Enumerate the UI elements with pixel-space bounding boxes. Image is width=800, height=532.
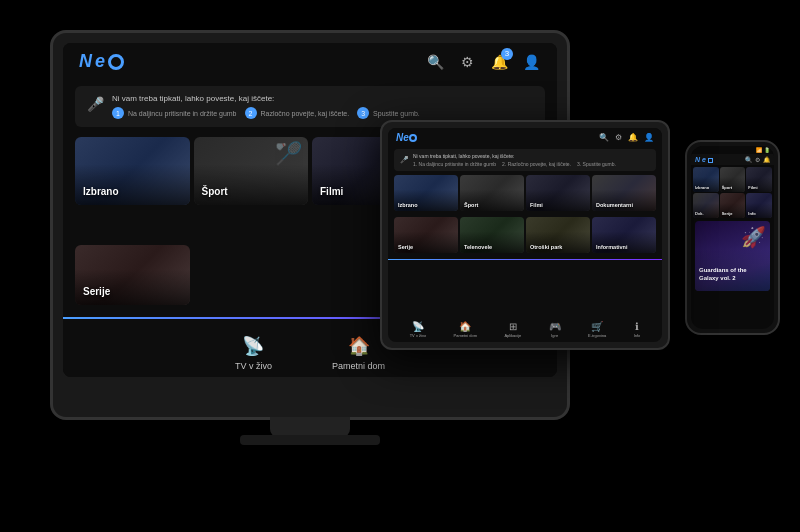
tablet-label-dokumentarni: Dokumentarni <box>596 202 633 208</box>
tablet-card-telenovele[interactable]: Telenovele <box>460 217 524 253</box>
voice-content: Ni vam treba tipkati, lahko poveste, kaj… <box>112 94 420 119</box>
tv-card-sport[interactable]: 🏸 Šport <box>194 137 309 205</box>
tablet-card-otroski[interactable]: Otroški park <box>526 217 590 253</box>
tablet-voice-steps: 1. Na daljincu pritisnite in držite gumb… <box>413 161 616 167</box>
tablet-bottom-nav: 📡 TV v živo 🏠 Pametni dom ⊞ Aplikacije 🎮… <box>388 317 662 342</box>
phone-movie-subtitle: Galaxy vol. 2 <box>699 275 736 281</box>
search-icon[interactable]: 🔍 <box>425 52 445 72</box>
tablet-aplikacije-label: Aplikacije <box>504 333 521 338</box>
tv-nav-item-tv-v-zivo[interactable]: 📡 TV v živo <box>235 335 272 371</box>
phone-thumb-serije[interactable]: Serije <box>720 193 746 218</box>
phone-logo-n: N <box>695 156 700 163</box>
tablet-step-1: 1. Na daljincu pritisnite in držite gumb <box>413 161 496 167</box>
tablet-card-izbrano[interactable]: Izbrano <box>394 175 458 211</box>
tv-card-izbrano[interactable]: Izbrano <box>75 137 190 205</box>
tablet-card-filmi[interactable]: Filmi <box>526 175 590 211</box>
tablet-card-informativni[interactable]: Informativni <box>592 217 656 253</box>
tablet-card-dokumentarni[interactable]: Dokumentarni <box>592 175 656 211</box>
settings-icon[interactable]: ⚙ <box>457 52 477 72</box>
phone-movie-banner[interactable]: 🚀 Guardians of the Galaxy vol. 2 <box>695 221 770 291</box>
scene: N e 🔍 ⚙ 🔔 3 👤 🎤 Ni vam <box>0 0 800 532</box>
tablet-header: N e 🔍 ⚙ 🔔 👤 <box>388 128 662 147</box>
voice-step-1: 1 Na daljincu pritisnite in držite gumb <box>112 107 237 119</box>
tablet-nav-tv-v-zivo[interactable]: 📡 TV v živo <box>410 321 426 338</box>
tv-stand <box>270 417 350 437</box>
logo-o <box>108 54 124 70</box>
phone-search-icon[interactable]: 🔍 <box>745 156 752 163</box>
tablet-label-informativni: Informativni <box>596 244 627 250</box>
tablet-pametni-icon: 🏠 <box>459 321 471 332</box>
tablet-tv-zivo-label: TV v živo <box>410 333 426 338</box>
tablet-card-serije[interactable]: Serije <box>394 217 458 253</box>
tv-card-label-serije: Serije <box>83 286 110 297</box>
tablet-profile-icon[interactable]: 👤 <box>644 133 654 142</box>
phone-thumb-info[interactable]: Info <box>746 193 772 218</box>
tv-nav-item-pametni-dom[interactable]: 🏠 Pametni dom <box>332 335 385 371</box>
tablet-logo: N e <box>396 132 417 143</box>
tablet-nav-aplikacije[interactable]: ⊞ Aplikacije <box>504 321 521 338</box>
tablet-label-izbrano: Izbrano <box>398 202 418 208</box>
profile-icon[interactable]: 👤 <box>521 52 541 72</box>
tablet-step-2: 2. Razločno povejte, kaj iščete. <box>502 161 571 167</box>
tablet-nav-pametni-dom[interactable]: 🏠 Pametni dom <box>453 321 477 338</box>
tablet-device: N e 🔍 ⚙ 🔔 👤 🎤 Ni vam treba tipkati, lahk… <box>380 120 670 350</box>
tv-card-label-izbrano: Izbrano <box>83 186 119 197</box>
phone-movie-title: Guardians of the <box>699 267 747 273</box>
logo-e: e <box>95 51 106 72</box>
phone-settings-icon[interactable]: ⚙ <box>755 156 760 163</box>
tablet-settings-icon[interactable]: ⚙ <box>615 133 622 142</box>
tv-v-zivo-icon: 📡 <box>242 335 264 357</box>
phone-logo-e: e <box>702 156 706 163</box>
tv-base <box>240 435 380 445</box>
tv-v-zivo-label: TV v živo <box>235 361 272 371</box>
tablet-tv-zivo-icon: 📡 <box>412 321 424 332</box>
phone-row-1: Izbrano Šport Filmi <box>693 167 772 192</box>
tablet-etrg-icon: 🛒 <box>591 321 603 332</box>
phone-label-izbrano: Izbrano <box>695 185 709 190</box>
tablet-voice-bar: 🎤 Ni vam treba tipkati, lahko poveste, k… <box>394 149 656 171</box>
phone-logo: N e <box>695 156 713 163</box>
tablet-label-sport: Šport <box>464 202 478 208</box>
tablet-igre-label: Igre <box>551 333 558 338</box>
phone-thumb-izbrano[interactable]: Izbrano <box>693 167 719 192</box>
phone-thumb-sport[interactable]: Šport <box>720 167 746 192</box>
phone-notif-icon[interactable]: 🔔 <box>763 156 770 163</box>
tablet-etrg-label: E-trgovina <box>588 333 606 338</box>
phone-logo-o <box>708 158 713 163</box>
phone-thumb-dokumentarni[interactable]: Dok. <box>693 193 719 218</box>
tv-header: N e 🔍 ⚙ 🔔 3 👤 <box>63 43 557 80</box>
tablet-screen: N e 🔍 ⚙ 🔔 👤 🎤 Ni vam treba tipkati, lahk… <box>388 128 662 342</box>
tablet-nav-igre[interactable]: 🎮 Igre <box>549 321 561 338</box>
step-num-3: 3 <box>357 107 369 119</box>
tablet-label-filmi: Filmi <box>530 202 543 208</box>
tv-card-label-sport: Šport <box>202 186 228 197</box>
pametni-dom-label: Pametni dom <box>332 361 385 371</box>
tv-card-serije[interactable]: Serije <box>75 245 190 305</box>
voice-title: Ni vam treba tipkati, lahko poveste, kaj… <box>112 94 420 103</box>
tablet-mic-icon: 🎤 <box>400 156 409 164</box>
phone-label-filmi: Filmi <box>748 185 757 190</box>
tablet-pametni-label: Pametni dom <box>453 333 477 338</box>
tablet-grid-row1: Izbrano Šport Filmi Dokumentarni <box>388 173 662 213</box>
phone-screen: 📶 🔋 N e 🔍 ⚙ 🔔 <box>691 146 774 329</box>
tablet-voice-content: Ni vam treba tipkati, lahko poveste, kaj… <box>413 153 616 167</box>
tablet-nav-info[interactable]: ℹ Info <box>634 321 641 338</box>
phone-label-serije: Serije <box>722 211 733 216</box>
notifications-icon[interactable]: 🔔 3 <box>489 52 509 72</box>
logo-n: N <box>79 51 93 72</box>
phone-battery-icon: 🔋 <box>764 147 770 153</box>
phone-device: 📶 🔋 N e 🔍 ⚙ 🔔 <box>685 140 780 335</box>
tablet-card-sport[interactable]: Šport <box>460 175 524 211</box>
phone-thumb-filmi[interactable]: Filmi <box>746 167 772 192</box>
phone-status-bar: 📶 🔋 <box>691 146 774 154</box>
pametni-dom-icon: 🏠 <box>348 335 370 357</box>
tablet-search-icon[interactable]: 🔍 <box>599 133 609 142</box>
voice-step-3: 3 Spustite gumb. <box>357 107 420 119</box>
phone-label-sport: Šport <box>722 185 732 190</box>
tablet-info-label: Info <box>634 333 641 338</box>
voice-steps: 1 Na daljincu pritisnite in držite gumb … <box>112 107 420 119</box>
tablet-nav-etrg[interactable]: 🛒 E-trgovina <box>588 321 606 338</box>
phone-label-info: Info <box>748 211 755 216</box>
tablet-notifications-icon[interactable]: 🔔 <box>628 133 638 142</box>
phone-content: Izbrano Šport Filmi Dok. <box>691 165 774 295</box>
